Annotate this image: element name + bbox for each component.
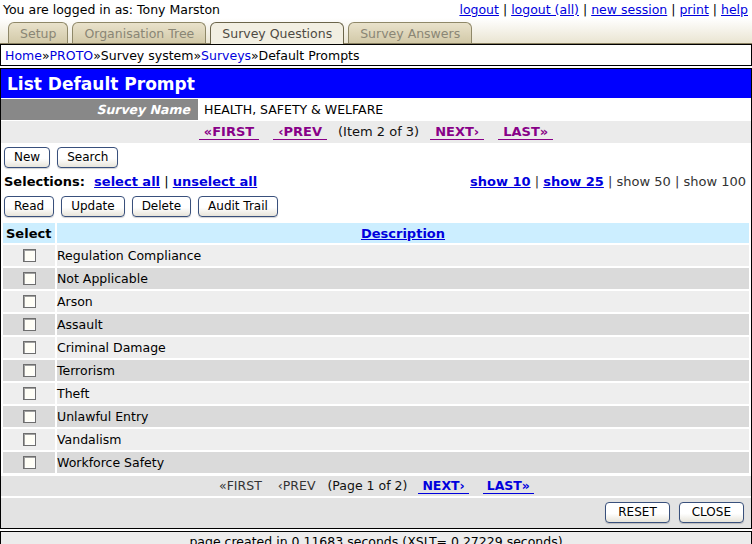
row-checkbox[interactable] xyxy=(23,318,36,331)
page-prev-disabled: ‹PREV xyxy=(278,478,316,493)
read-button[interactable]: Read xyxy=(4,196,54,217)
table-row: Unlawful Entry xyxy=(3,406,749,427)
selections-group: Selections: select all | unselect all xyxy=(4,174,257,189)
row-checkbox[interactable] xyxy=(23,387,36,400)
show-25-link[interactable]: show 25 xyxy=(543,174,604,189)
select-cell xyxy=(3,337,55,358)
top-link-new-session[interactable]: new session xyxy=(591,2,667,17)
description-cell: Terrorism xyxy=(57,360,749,381)
table-row: Arson xyxy=(3,291,749,312)
description-cell: Criminal Damage xyxy=(57,337,749,358)
tab-strip: SetupOrganisation TreeSurvey QuestionsSu… xyxy=(0,18,752,44)
select-cell xyxy=(3,406,55,427)
item-position: (Item 2 of 3) xyxy=(338,124,419,139)
survey-name-label: Survey Name xyxy=(1,99,198,120)
breadcrumb-surveys[interactable]: Surveys xyxy=(201,48,251,63)
page-last-link[interactable]: LAST» xyxy=(483,478,534,494)
row-checkbox[interactable] xyxy=(23,295,36,308)
survey-name-value: HEALTH, SAFETY & WELFARE xyxy=(198,99,751,120)
description-cell: Not Applicable xyxy=(57,268,749,289)
tab-organisation-tree[interactable]: Organisation Tree xyxy=(72,22,206,43)
table-row: Criminal Damage xyxy=(3,337,749,358)
footer-status: page created in 0.11683 seconds (XSLT= 0… xyxy=(0,531,752,544)
select-cell xyxy=(3,429,55,450)
table-header-row: Select Description xyxy=(3,223,749,243)
item-navigation: «FIRST‹PREV(Item 2 of 3)NEXT›LAST» xyxy=(1,121,751,143)
select-column-header: Select xyxy=(3,223,55,243)
tab-survey-answers[interactable]: Survey Answers xyxy=(348,22,472,43)
unselect-all-link[interactable]: unselect all xyxy=(173,174,257,189)
select-all-link[interactable]: select all xyxy=(94,174,160,189)
description-cell: Assault xyxy=(57,314,749,335)
table-row: Workforce Safety xyxy=(3,452,749,473)
toolbar-actions: ReadUpdateDeleteAudit Trail xyxy=(1,192,751,221)
select-cell xyxy=(3,314,55,335)
separator: | xyxy=(579,2,591,17)
search-button[interactable]: Search xyxy=(57,147,118,168)
separator: | xyxy=(604,174,617,189)
show-50-text: show 50 xyxy=(617,174,671,189)
row-checkbox[interactable] xyxy=(23,433,36,446)
row-checkbox[interactable] xyxy=(23,456,36,469)
breadcrumb-home[interactable]: Home xyxy=(5,48,42,63)
select-cell xyxy=(3,268,55,289)
select-cell xyxy=(3,452,55,473)
row-checkbox[interactable] xyxy=(23,364,36,377)
separator: | xyxy=(499,2,511,17)
top-link-logout[interactable]: logout xyxy=(459,2,499,17)
top-link-logout-all[interactable]: logout (all) xyxy=(511,2,579,17)
tab-setup[interactable]: Setup xyxy=(8,22,68,43)
description-cell: Workforce Safety xyxy=(57,452,749,473)
page-next-link[interactable]: NEXT› xyxy=(418,478,468,494)
separator: | xyxy=(531,174,544,189)
row-checkbox[interactable] xyxy=(23,249,36,262)
item-prev-link[interactable]: ‹PREV xyxy=(273,124,327,140)
item-first-link[interactable]: «FIRST xyxy=(199,124,259,140)
update-button[interactable]: Update xyxy=(61,196,124,217)
select-cell xyxy=(3,291,55,312)
description-cell: Arson xyxy=(57,291,749,312)
tab-survey-questions[interactable]: Survey Questions xyxy=(210,22,344,44)
table-row: Theft xyxy=(3,383,749,404)
row-checkbox[interactable] xyxy=(23,272,36,285)
description-sort-link[interactable]: Description xyxy=(361,226,445,241)
table-row: Assault xyxy=(3,314,749,335)
table-row: Terrorism xyxy=(3,360,749,381)
table-row: Regulation Compliance xyxy=(3,245,749,266)
selections-label: Selections: xyxy=(4,174,85,189)
description-cell: Vandalism xyxy=(57,429,749,450)
audit-trail-button[interactable]: Audit Trail xyxy=(198,196,278,217)
breadcrumb-separator: » xyxy=(42,48,50,63)
top-links: logout | logout (all) | new session | pr… xyxy=(459,2,748,17)
item-last-link[interactable]: LAST» xyxy=(498,124,553,140)
selections-row: Selections: select all | unselect all sh… xyxy=(1,172,751,192)
top-link-print[interactable]: print xyxy=(679,2,708,17)
breadcrumb-separator: » xyxy=(193,48,201,63)
description-cell: Unlawful Entry xyxy=(57,406,749,427)
delete-button[interactable]: Delete xyxy=(132,196,191,217)
top-link-help[interactable]: help xyxy=(721,2,748,17)
close-button[interactable]: CLOSE xyxy=(679,502,744,523)
select-cell xyxy=(3,383,55,404)
row-checkbox[interactable] xyxy=(23,410,36,423)
separator: | xyxy=(671,174,684,189)
description-cell: Regulation Compliance xyxy=(57,245,749,266)
reset-button[interactable]: RESET xyxy=(605,502,669,523)
select-cell xyxy=(3,360,55,381)
description-column-header: Description xyxy=(57,223,749,243)
breadcrumb-separator: » xyxy=(251,48,258,63)
description-cell: Theft xyxy=(57,383,749,404)
separator: | xyxy=(164,174,173,189)
item-next-link[interactable]: NEXT› xyxy=(430,124,484,140)
show-10-link[interactable]: show 10 xyxy=(470,174,531,189)
main-panel: List Default Prompt Survey Name HEALTH, … xyxy=(0,68,752,529)
footer-button-row: RESETCLOSE xyxy=(1,498,751,528)
breadcrumb-proto[interactable]: PROTO xyxy=(50,48,94,63)
new-button[interactable]: New xyxy=(4,147,50,168)
breadcrumb-default-prompts: Default Prompts xyxy=(259,48,360,63)
separator: | xyxy=(667,2,679,17)
select-cell xyxy=(3,245,55,266)
show-options: show 10 | show 25 | show 50 | show 100 xyxy=(470,174,746,189)
page-title: List Default Prompt xyxy=(1,69,751,98)
row-checkbox[interactable] xyxy=(23,341,36,354)
